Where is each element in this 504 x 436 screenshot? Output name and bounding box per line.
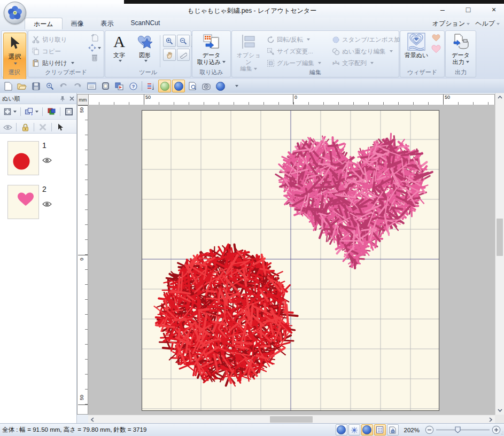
cut-button[interactable]: 切り取り: [32, 34, 74, 45]
overlap-icon: [331, 47, 340, 56]
resize-grip[interactable]: .:: [501, 430, 503, 435]
vertical-scrollbar[interactable]: [495, 93, 504, 415]
copy-button[interactable]: コピー: [32, 45, 74, 57]
sew-order-view-button[interactable]: [144, 80, 157, 92]
item-2-visibility-eye-icon[interactable]: [42, 201, 52, 207]
zoom-slider[interactable]: [435, 425, 491, 434]
hoop-settings-button[interactable]: [99, 80, 112, 92]
small-heart-icon-top[interactable]: [432, 34, 440, 42]
frame-display-button[interactable]: [63, 105, 75, 118]
grid-toggle-button[interactable]: [374, 424, 386, 435]
scroll-right-arrow[interactable]: [486, 415, 495, 424]
horizontal-scroll-thumb[interactable]: [270, 416, 313, 423]
vertical-scroll-thumb[interactable]: [497, 219, 503, 256]
import-data-button[interactable]: データ 取り込み: [197, 33, 226, 65]
group-select: 選択 選択: [1, 30, 27, 77]
tab-view[interactable]: 表示: [92, 18, 122, 29]
toolbar-overflow-button[interactable]: [229, 80, 242, 92]
stitch-view-button[interactable]: [172, 80, 185, 92]
sew-order-item-1[interactable]: 1: [7, 141, 76, 175]
tab-image[interactable]: 画像: [63, 18, 92, 29]
measure-ruler-button[interactable]: [177, 49, 190, 61]
group-clipboard: 切り取り コピー 貼り付け: [28, 30, 104, 77]
background-sew-button[interactable]: 背景ぬい: [403, 33, 430, 59]
tab-home[interactable]: ホーム: [25, 18, 63, 29]
small-heart-icon-bottom[interactable]: [431, 45, 441, 53]
option-edit-button[interactable]: オプション 編集: [234, 33, 263, 72]
scroll-down-arrow[interactable]: [495, 406, 504, 415]
save-button[interactable]: [29, 80, 42, 92]
select-mode-button[interactable]: [54, 121, 67, 134]
help-button[interactable]: ?: [127, 80, 139, 92]
property-window-button[interactable]: [85, 80, 98, 92]
item-1-number: 1: [42, 141, 52, 150]
close-button[interactable]: ×: [488, 4, 500, 15]
undo-button[interactable]: [57, 80, 70, 92]
arrange-icon[interactable]: [88, 44, 101, 52]
zoom-tool-button[interactable]: [43, 80, 56, 92]
horizontal-scrollbar[interactable]: [88, 415, 495, 424]
output-data-button[interactable]: データ 出力: [449, 33, 472, 65]
delete-icon[interactable]: [91, 53, 98, 61]
item-1-thumbnail: [7, 141, 39, 175]
pin-icon[interactable]: [60, 96, 65, 102]
text-layout-icon: abc: [331, 59, 340, 67]
design-center-button[interactable]: [113, 80, 126, 92]
desktop-background-strip: [124, 0, 504, 4]
stamp-icon: [331, 35, 340, 44]
pan-hand-button[interactable]: [163, 49, 176, 61]
scroll-up-arrow[interactable]: [495, 93, 504, 102]
panel-close-icon[interactable]: [69, 96, 74, 101]
new-file-button[interactable]: [2, 80, 14, 92]
group-import: データ 取り込み 取り込み: [192, 30, 231, 77]
text-tool-button[interactable]: A 文字: [107, 33, 131, 62]
zoom-in-slider-button[interactable]: [492, 425, 501, 434]
group-label-tools: ツール: [105, 68, 191, 76]
duplicate-icon[interactable]: [90, 34, 99, 42]
application-menu-button[interactable]: [4, 2, 26, 24]
sew-order-item-2[interactable]: 2: [7, 185, 76, 219]
zoom-in-button[interactable]: [163, 35, 176, 47]
resize-button[interactable]: サイズ変更...: [266, 45, 321, 57]
visibility-eye-button[interactable]: [1, 121, 14, 134]
redo-button[interactable]: [71, 80, 84, 92]
group-edit-button[interactable]: グループ編集: [266, 57, 321, 69]
order-change-button[interactable]: [23, 105, 40, 118]
scroll-left-arrow[interactable]: [88, 415, 97, 424]
realistic-view-button[interactable]: [158, 80, 171, 92]
item-2-thumbnail: [7, 185, 39, 219]
workspace[interactable]: [88, 105, 495, 415]
blue-orb-icon-2: [216, 82, 225, 91]
solid-view-button[interactable]: [336, 424, 347, 435]
delete-item-button[interactable]: [36, 121, 49, 134]
help-menu[interactable]: ヘルプ: [475, 19, 500, 28]
region-view-button[interactable]: [214, 80, 227, 92]
tab-scanncut[interactable]: ScanNCut: [122, 18, 169, 29]
open-file-button[interactable]: [15, 80, 28, 92]
machine-transfer-button[interactable]: [200, 80, 213, 92]
minimize-button[interactable]: –: [437, 4, 448, 15]
maximize-button[interactable]: □: [462, 4, 474, 15]
text-icon: A: [113, 33, 125, 51]
preview-button[interactable]: [186, 80, 199, 92]
design-property-button[interactable]: [387, 424, 399, 435]
paste-button[interactable]: 貼り付け: [32, 57, 74, 69]
options-menu[interactable]: オプション: [432, 19, 470, 28]
titlebar: もじゃもじゃ刺繍.pes - レイアウトセンター – □ ×: [0, 4, 504, 18]
resize-icon: [266, 47, 275, 56]
realistic-view-toggle[interactable]: [361, 424, 373, 435]
item-2-number: 2: [42, 185, 52, 193]
ribbon: 選択 選択 切り取り コピー: [0, 29, 504, 80]
green-orb-icon: [160, 82, 169, 91]
fit-selection-button[interactable]: [1, 105, 18, 118]
stitch-pattern-view-button[interactable]: [348, 424, 360, 435]
zoom-out-slider-button[interactable]: [425, 425, 434, 434]
design-page[interactable]: [142, 110, 439, 411]
lock-button[interactable]: [19, 121, 32, 134]
shape-tool-button[interactable]: 図形: [133, 33, 157, 62]
item-1-visibility-eye-icon[interactable]: [42, 157, 52, 164]
zoom-out-button[interactable]: [177, 35, 190, 47]
group-edit: オプション 編集 回転/反転 サイズ変更... グループ編集: [231, 30, 399, 77]
color-sort-button[interactable]: [45, 105, 58, 118]
rotate-flip-button[interactable]: 回転/反転: [266, 34, 321, 45]
